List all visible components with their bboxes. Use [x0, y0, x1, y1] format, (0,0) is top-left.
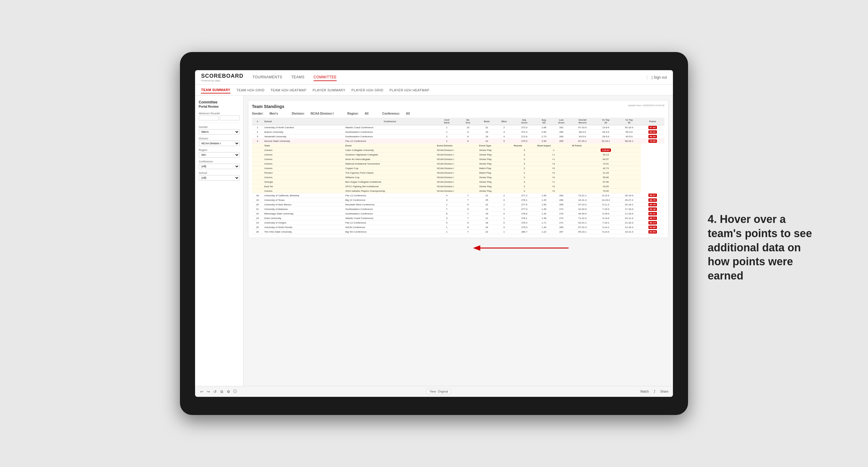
tooltip-team: East Tar [263, 184, 344, 189]
tooltip-event-div: NCAA Division I [436, 189, 478, 193]
row-overall: 87-25-1 [571, 139, 594, 143]
tooltip-col-blank [252, 143, 263, 148]
row-points[interactable]: 83.89 [641, 225, 664, 229]
tooltip-row: Univers Williams Cup NCAA Division I Str… [252, 175, 664, 180]
app-logo-sub: Powered by clippi [201, 79, 244, 82]
filter-division[interactable]: NCAA Division I [199, 141, 240, 146]
update-time: Update time: 13/03/2024 10:03:42 [628, 104, 664, 107]
row-conference: Southeastern Conference [344, 130, 436, 134]
nav-teams[interactable]: TEAMS [291, 74, 305, 81]
info-icon[interactable]: ⓘ [233, 390, 237, 394]
refresh-icon[interactable]: ↺ [213, 390, 217, 394]
row-vs50: 58-24-1 [618, 139, 641, 143]
tooltip-w-points: 30-13 [571, 152, 641, 157]
row-adj-score: 272.3 [513, 130, 536, 134]
filter-conference[interactable]: (All) [199, 164, 240, 169]
view-button[interactable]: View: Original [427, 389, 451, 394]
tooltip-event-div: NCAA Division I [436, 166, 478, 170]
filter-label-region: Region [199, 149, 240, 152]
col-points: Points [641, 118, 664, 125]
row-points[interactable]: 88.70 [641, 198, 664, 203]
subnav-team-h2h-grid[interactable]: TEAM H2H GRID [237, 87, 265, 93]
table-row-highlighted: 4 Arizona State University Pac-12 Confer… [252, 139, 664, 143]
tablet-screen: SCOREBOARD Powered by clippi TOURNAMENTS… [195, 70, 673, 397]
tooltip-rank-impact: +0 [536, 175, 571, 180]
undo-icon[interactable]: ↩ [199, 390, 204, 394]
row-adj-score: 272.0 [513, 125, 536, 130]
row-conference: Southeastern Conference [344, 134, 436, 139]
tooltip-rank-impact: -1 [536, 148, 571, 152]
col-school: School [263, 118, 344, 125]
tooltip-rounds: 3 [513, 189, 536, 193]
share-button[interactable]: Share [660, 390, 669, 393]
share-icon[interactable]: ⤴ [652, 390, 657, 394]
subnav-team-h2h-heatmap[interactable]: TEAM H2H HEATMAP [270, 87, 306, 93]
row-points[interactable]: 83.41 [641, 211, 664, 216]
filter-region[interactable]: N/A [199, 152, 240, 158]
row-points[interactable]: 83.94 [641, 229, 664, 234]
conference-label: Conference: [382, 112, 400, 115]
subnav-player-h2h-grid[interactable]: PLAYER H2H GRID [351, 87, 383, 93]
row-overall: 63-5-0 [571, 134, 594, 139]
row-points[interactable]: 88.07 [641, 193, 664, 198]
col-rank: # [252, 118, 263, 125]
row-school: University of Texas [263, 198, 344, 203]
subnav-player-summary[interactable]: PLAYER SUMMARY [312, 87, 345, 93]
tooltip-col-event-div: Event Division [436, 143, 478, 148]
annotation-text: 4. Hover over a team's points to see add… [708, 212, 823, 283]
nav-committee[interactable]: COMMITTEE [314, 74, 337, 81]
redo-icon[interactable]: ↪ [206, 390, 211, 394]
tooltip-team: Univers [263, 166, 344, 170]
row-points[interactable]: 79.50 [641, 139, 664, 143]
row-points[interactable]: 88.48 [641, 207, 664, 211]
tooltip-rounds: 2 [513, 166, 536, 170]
nav-tournaments[interactable]: TOURNAMENTS [252, 74, 282, 81]
col-low-score: LowScore [552, 118, 571, 125]
sign-out-button[interactable]: | Sign out [647, 75, 667, 80]
row-rank: 26 [252, 229, 263, 234]
row-rank: 25 [252, 225, 263, 229]
settings-icon[interactable]: ⚙ [226, 390, 230, 394]
tooltip-row: Univers Cabo Collegiate University NCAA … [252, 148, 664, 152]
row-rank: 1 [252, 125, 263, 130]
row-points[interactable]: 88.14 [641, 220, 664, 225]
tooltip-event: Cabo Collegiate University [344, 148, 436, 152]
tooltip-w-points: 42.73 [571, 166, 641, 170]
table-row: 3 Vanderbilt University Southeastern Con… [252, 134, 664, 139]
row-tours: 10 [458, 125, 478, 130]
copy-icon[interactable]: ⧉ [220, 390, 224, 394]
row-conference: Mountain West Conference [344, 203, 436, 207]
subnav-player-h2h-heatmap[interactable]: PLAYER H2H HEATMAP [390, 87, 430, 93]
row-points[interactable]: 88.71 [641, 216, 664, 220]
filter-min-rounds-max[interactable] [220, 116, 240, 120]
filter-school[interactable]: (All) [199, 175, 240, 181]
col-adj-score: Adj.Score [513, 118, 536, 125]
tooltip-event: Copper Cup [344, 166, 436, 170]
tooltip-event-div: NCAA Division I [436, 175, 478, 180]
row-conference: Big 12 Conference [344, 198, 436, 203]
row-conference: Atlantic Coast Conference [344, 216, 436, 220]
row-points[interactable]: 93.31 [641, 130, 664, 134]
watch-button[interactable]: Watch [640, 390, 649, 393]
row-points[interactable]: 90.20 [641, 134, 664, 139]
tooltip-col-rounds: Rounds [513, 143, 536, 148]
row-school: Vanderbilt University [263, 134, 344, 139]
filter-gender[interactable]: Men's Women's [199, 129, 240, 134]
row-points[interactable]: 88.49 [641, 203, 664, 207]
row-points[interactable]: 97.02 [641, 125, 664, 130]
filter-min-rounds-min[interactable] [199, 116, 219, 120]
tooltip-event-div: NCAA Division I [436, 152, 478, 157]
row-wins: 5 [496, 139, 513, 143]
col-vs25: Vs Top25 [594, 118, 617, 125]
row-rank: 24 [252, 220, 263, 225]
row-wins: 2 [496, 125, 513, 130]
row-school: University of North Florida [263, 225, 344, 229]
report-container: Team Standings Update time: 13/03/2024 1… [248, 100, 669, 238]
tooltip-rank-impact: +5 [536, 166, 571, 170]
table-row: 25 University of North Florida ASUN Conf… [252, 225, 664, 229]
subnav-team-summary[interactable]: TEAM SUMMARY [201, 87, 230, 93]
row-adj-score: 275.5 [513, 139, 536, 143]
row-conference: Southeastern Conference [344, 207, 436, 211]
tooltip-team: Univers [263, 148, 344, 152]
tooltip-col-event-type: Event Type [478, 143, 513, 148]
